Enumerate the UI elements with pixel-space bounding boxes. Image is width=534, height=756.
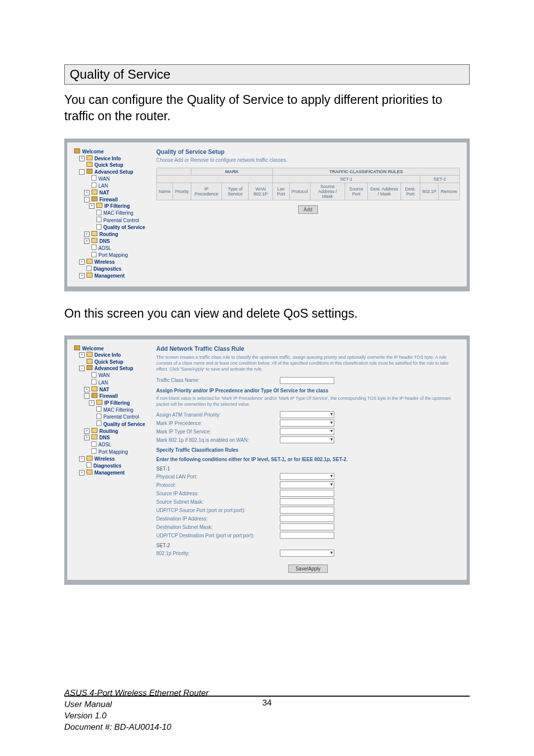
nav-label: Parental Control — [103, 414, 139, 421]
folder-icon — [87, 259, 92, 266]
nav-item[interactable]: +DNS — [74, 434, 148, 441]
nav-item[interactable]: +IP Filtering — [74, 400, 148, 407]
nav-item[interactable]: Diagnostics — [74, 462, 148, 470]
page-icon — [91, 379, 96, 386]
folder-icon — [87, 162, 92, 169]
nav-item[interactable]: +Management — [74, 470, 148, 476]
nav-item[interactable]: Port Mapping — [74, 448, 148, 456]
set1-field-input[interactable] — [280, 498, 334, 505]
nav-item[interactable]: +Routing — [74, 231, 148, 238]
nav-item[interactable]: WAN — [74, 372, 148, 379]
nav-item[interactable]: +NAT — [74, 386, 148, 393]
nav-label: Port Mapping — [98, 252, 128, 259]
set2-priority-select[interactable] — [280, 550, 334, 557]
mark-field-label: Mark IP Precedence: — [156, 421, 280, 426]
save-apply-button[interactable]: Save/Apply — [288, 565, 328, 573]
set1-field-input[interactable] — [280, 515, 334, 522]
mark-field-select[interactable] — [280, 420, 334, 426]
mark-field-label: Assign ATM Transmit Priority: — [156, 412, 280, 418]
nav-item[interactable]: +NAT — [74, 189, 148, 196]
nav-label: Management — [94, 273, 125, 280]
nav-item[interactable]: -Advanced Setup — [74, 365, 148, 372]
folder-icon — [87, 470, 92, 476]
nav-item[interactable]: +DNS — [74, 238, 148, 245]
nav-item[interactable]: ADSL — [74, 244, 148, 252]
nav-label: Diagnostics — [93, 463, 122, 470]
nav-item[interactable]: +Device Info — [74, 352, 148, 359]
set1-field-label: UDP/TCP Destination Port (port or port:p… — [156, 533, 280, 538]
folder-icon — [87, 456, 92, 463]
set1-field-input[interactable] — [280, 490, 334, 497]
add-button[interactable]: Add — [298, 205, 318, 214]
set1-field-input[interactable] — [280, 532, 334, 539]
nav-label: Quality of Service — [103, 421, 145, 428]
nav-item[interactable]: Port Mapping — [74, 252, 148, 259]
mark-field-label: Mark IP Type Of Service: — [156, 429, 280, 434]
nav-item[interactable]: +Management — [74, 273, 148, 280]
qos-column: Priority — [173, 183, 191, 200]
set1-field-input[interactable] — [280, 507, 334, 514]
nav-item[interactable]: Parental Control — [74, 217, 148, 224]
assign-heading: Assign Priority and/or IP Precedence and… — [156, 388, 460, 393]
set1-field-label: Destination IP Address: — [156, 516, 280, 521]
nav-label: Quality of Service — [103, 224, 145, 231]
nav-item[interactable]: +IP Filtering — [74, 203, 148, 210]
nav-item[interactable]: Quick Setup — [74, 162, 148, 169]
page-icon — [96, 406, 101, 414]
nav-item[interactable]: -Advanced Setup — [74, 169, 148, 176]
nav-item[interactable]: LAN — [74, 379, 148, 386]
qos-table: MARK TRAFFIC CLASSIFICATION RULES SET-1 … — [156, 168, 460, 200]
nav-item[interactable]: +Wireless — [74, 259, 148, 266]
nav-item[interactable]: +Routing — [74, 428, 148, 435]
folder-icon — [87, 155, 92, 162]
page-icon — [91, 441, 96, 449]
nav-label: Quick Setup — [94, 359, 123, 366]
page-icon — [96, 224, 101, 232]
nav-label: WAN — [98, 372, 110, 379]
nav-item[interactable]: MAC Filtering — [74, 406, 148, 414]
add-rule-desc: The screen creates a traffic class rule … — [156, 354, 460, 372]
mark-field-select[interactable] — [280, 411, 334, 418]
set1-field-select[interactable] — [280, 473, 334, 480]
nav-label: Firewall — [99, 393, 118, 400]
traffic-name-input[interactable] — [280, 377, 334, 384]
mark-field-select[interactable] — [280, 428, 334, 435]
mark-field-select[interactable] — [280, 436, 334, 443]
folder-icon — [87, 352, 92, 359]
folder-icon — [96, 400, 102, 407]
nav-item[interactable]: Quick Setup — [74, 359, 148, 366]
nav-label: Device Info — [94, 155, 121, 162]
nav-label: Advanced Setup — [94, 365, 133, 372]
qos-column: Protocol — [289, 183, 310, 200]
nav-item[interactable]: +Device Info — [74, 155, 148, 162]
nav-tree-2: Welcome+Device InfoQuick Setup-Advanced … — [74, 345, 148, 573]
nav-item[interactable]: Quality of Service — [74, 224, 148, 232]
nav-label: ADSL — [98, 245, 111, 252]
mid-text: On this screen you can view and delete Q… — [64, 306, 470, 321]
folder-icon — [91, 428, 97, 435]
qos-column: IP Precedence — [191, 183, 222, 200]
nav-item[interactable]: ADSL — [74, 441, 148, 449]
qos-column: Name — [157, 183, 173, 200]
nav-item[interactable]: +Wireless — [74, 456, 148, 463]
nav-label: MAC Filtering — [103, 210, 134, 217]
set1-field-input[interactable] — [280, 523, 334, 530]
page-icon — [87, 462, 91, 470]
traffic-name-label: Traffic Class Name: — [156, 378, 280, 383]
nav-label: Wireless — [94, 259, 115, 266]
nav-item[interactable]: LAN — [74, 183, 148, 190]
nav-item[interactable]: -Firewall — [74, 393, 148, 400]
set2-field-label: 802.1p Priority: — [156, 551, 280, 556]
set1-field-select[interactable] — [280, 481, 334, 488]
col-group-mark: MARK — [191, 168, 273, 176]
nav-item[interactable]: WAN — [74, 175, 148, 183]
nav-item[interactable]: Quality of Service — [74, 421, 148, 428]
nav-label: WAN — [98, 176, 110, 183]
nav-item[interactable]: -Firewall — [74, 196, 148, 203]
nav-label: NAT — [99, 189, 109, 196]
qos-column: Dest. Port — [400, 183, 420, 200]
nav-item[interactable]: MAC Filtering — [74, 210, 148, 217]
assign-note: If non-blank value is selected for 'Mark… — [156, 395, 460, 407]
nav-item[interactable]: Parental Control — [74, 414, 148, 421]
nav-item[interactable]: Diagnostics — [74, 266, 148, 273]
